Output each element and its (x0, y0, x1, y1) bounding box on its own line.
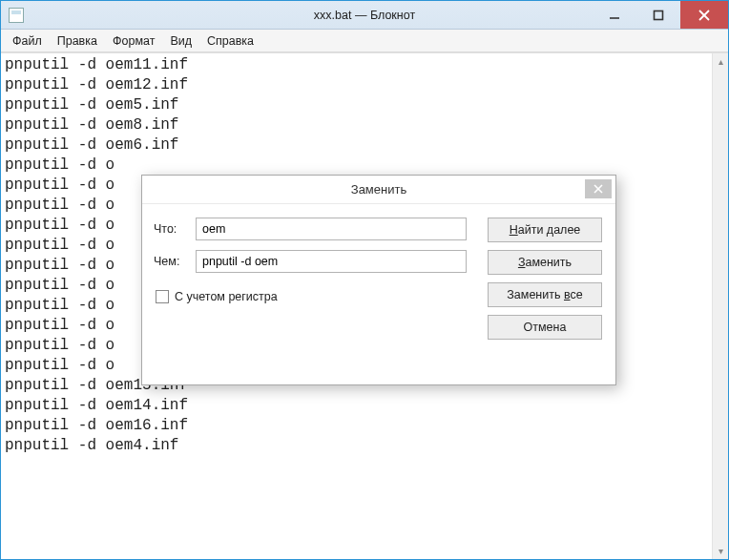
vertical-scrollbar[interactable]: ▴ ▾ (712, 53, 728, 559)
window-controls (593, 1, 728, 29)
replace-all-button[interactable]: Заменить все (488, 282, 602, 307)
dialog-button-column: Найти далее Заменить Заменить все Отмена (488, 218, 602, 340)
svg-rect-1 (655, 10, 663, 19)
replace-dialog: Заменить Что: Чем: С учетом регистра Най… (141, 175, 616, 385)
close-button[interactable] (680, 1, 728, 29)
replace-label: Чем: (154, 255, 196, 268)
replace-input[interactable] (196, 250, 467, 273)
cancel-button[interactable]: Отмена (488, 315, 602, 340)
dialog-close-button[interactable] (585, 179, 612, 198)
scroll-down-arrow-icon[interactable]: ▾ (713, 543, 728, 559)
menu-format[interactable]: Формат (105, 32, 162, 50)
notepad-icon (9, 8, 24, 23)
checkbox-box-icon (156, 290, 169, 303)
find-label: Что: (154, 222, 196, 236)
menu-edit[interactable]: Правка (50, 32, 105, 50)
menu-file[interactable]: Файл (5, 32, 50, 50)
maximize-button[interactable] (636, 1, 680, 29)
dialog-titlebar[interactable]: Заменить (142, 176, 615, 204)
match-case-label: С учетом регистра (175, 290, 278, 303)
dialog-body: Что: Чем: С учетом регистра Найти далее … (142, 204, 615, 384)
scroll-up-arrow-icon[interactable]: ▴ (713, 53, 728, 70)
replace-button[interactable]: Заменить (488, 250, 602, 275)
menu-help[interactable]: Справка (199, 32, 261, 50)
menubar: Файл Правка Формат Вид Справка (1, 30, 728, 52)
find-next-button[interactable]: Найти далее (488, 218, 602, 242)
menu-view[interactable]: Вид (162, 32, 199, 50)
titlebar[interactable]: xxx.bat — Блокнот (1, 1, 728, 30)
dialog-title: Заменить (351, 182, 406, 197)
find-input[interactable] (196, 218, 467, 240)
minimize-button[interactable] (593, 1, 636, 29)
